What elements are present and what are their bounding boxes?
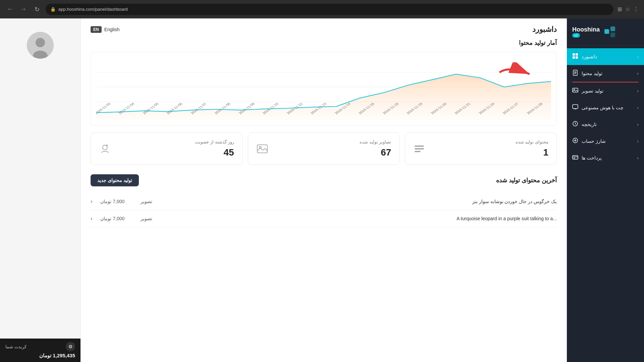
stat-value-days: 45 — [195, 147, 234, 158]
svg-rect-9 — [415, 151, 421, 152]
new-content-button[interactable]: تولید محتوای جدید — [91, 174, 139, 186]
chevron-icon-dashboard: ‹ — [637, 54, 639, 59]
nav-label-ai-chat: چت با هوش مصنوعی — [582, 105, 624, 110]
sidebar-item-ai-chat[interactable]: ‹ چت با هوش مصنوعی — [567, 99, 644, 116]
svg-rect-13 — [604, 29, 609, 34]
svg-rect-19 — [576, 56, 578, 59]
nav-label-content: تولید محتوا — [582, 71, 602, 76]
nav-label-charge: شارژ حساب — [582, 138, 606, 144]
stat-info-days: روز گذشته از عضویت 45 — [195, 139, 234, 158]
content-item: یک خرگوس در حال خوردن نوشابه سوار بنز تص… — [91, 193, 557, 210]
svg-rect-7 — [415, 145, 424, 147]
sidebar-item-history[interactable]: ‹ تاریخچه — [567, 116, 644, 133]
stat-icon-content — [413, 143, 425, 155]
stat-card-images: تصاویر تولید شده 67 — [248, 132, 400, 165]
sidebar-item-dashboard[interactable]: ‹ داشبورد — [567, 48, 644, 65]
content-item-type-2: تصویر — [141, 216, 152, 221]
nav-item-left-history: تاریخچه — [572, 121, 597, 128]
chevron-icon-history: ‹ — [637, 122, 639, 127]
content-list: یک خرگوس در حال خوردن نوشابه سوار بنز تص… — [91, 193, 557, 227]
logo-name: Hooshina — [572, 26, 600, 33]
nav-item-left-ai-chat: چت با هوش مصنوعی — [572, 104, 624, 111]
svg-rect-16 — [573, 53, 575, 56]
stat-label-images: تصاویر تولید شده — [360, 139, 391, 144]
sidebar-item-content[interactable]: ‹ تولید محتوا — [567, 65, 644, 82]
right-sidebar: Hooshina v2 ‹ داشبورد — [567, 18, 644, 362]
sidebar-logo: Hooshina v2 — [567, 18, 644, 46]
logo-icon — [603, 25, 616, 39]
address-bar[interactable]: 🔒 app.hooshina.com/panel/dashboard — [46, 4, 613, 15]
svg-rect-31 — [573, 156, 578, 159]
svg-rect-15 — [610, 33, 615, 37]
chart-svg: 2024-11-03 2024-11-04 2024-11-05 2024-11… — [96, 58, 551, 120]
content-item-arrow-1[interactable]: ‹ — [91, 198, 92, 204]
header-row: داشبورد English EN — [91, 18, 557, 39]
stats-row: محتوای تولید شده 1 تصاویر تولید شده 67 — [91, 132, 557, 165]
content-item-title-1: یک خرگوس در حال خوردن نوشابه سوار بنز — [160, 199, 557, 204]
svg-rect-8 — [415, 148, 424, 149]
stat-label-days: روز گذشته از عضویت — [195, 139, 234, 144]
lang-badge: EN — [91, 26, 102, 33]
chevron-icon-content: ‹ — [637, 71, 639, 76]
sidebar-item-payments[interactable]: ‹ پرداخت ها — [567, 149, 644, 166]
content-item-arrow-2[interactable]: ‹ — [91, 216, 92, 222]
wallet-icon: ⚙ — [66, 342, 75, 351]
payments-icon — [572, 154, 578, 162]
chevron-icon-images: ‹ — [637, 88, 639, 94]
svg-rect-24 — [573, 88, 578, 92]
nav-item-left-charge: شارژ حساب — [572, 137, 606, 145]
nav-item-left-payments: پرداخت ها — [572, 154, 602, 162]
lang-label: English — [104, 27, 120, 32]
stat-card-days: روز گذشته از عضویت 45 — [91, 132, 243, 165]
content-item-type-1: تصویر — [141, 199, 152, 204]
stat-value-content: 1 — [516, 147, 548, 158]
left-panel: کریدت شما ⚙ 1,295,435 تومان — [0, 18, 80, 362]
avatar[interactable] — [27, 32, 54, 59]
svg-rect-26 — [573, 105, 578, 109]
bookmark-icon[interactable]: ☆ — [625, 6, 630, 12]
wallet-label: کریدت شما — [5, 344, 26, 349]
logo-version: v2 — [572, 33, 580, 38]
nav-label-dashboard: داشبورد — [582, 54, 597, 59]
svg-point-1 — [36, 38, 45, 47]
stat-label-content: محتوای تولید شده — [516, 139, 548, 144]
nav-label-history: تاریخچه — [582, 122, 597, 127]
recent-section-title: آخرین محتوای تولید شده — [496, 177, 557, 184]
stat-icon-days — [99, 143, 111, 155]
refresh-button[interactable]: ↻ — [32, 5, 42, 14]
stat-info-images: تصاویر تولید شده 67 — [360, 139, 391, 158]
nav-item-left-dashboard: داشبورد — [572, 53, 597, 60]
sidebar-item-charge[interactable]: ‹ شارژ حساب — [567, 133, 644, 149]
doc-icon — [572, 70, 578, 77]
chevron-icon-ai-chat: ‹ — [637, 105, 639, 110]
url-text: app.hooshina.com/panel/dashboard — [58, 7, 128, 12]
translate-icon[interactable]: ⊞ — [618, 6, 622, 12]
logo-text: Hooshina v2 — [572, 26, 600, 38]
recent-header: آخرین محتوای تولید شده تولید محتوای جدید — [91, 174, 557, 186]
back-button[interactable]: ← — [5, 5, 15, 14]
wallet-amount: 1,295,435 تومان — [5, 353, 75, 359]
wallet-bar: کریدت شما ⚙ 1,295,435 تومان — [0, 339, 80, 362]
nav-item-left-images: تولید تصویر — [572, 87, 603, 95]
svg-point-12 — [103, 145, 107, 150]
sidebar-item-images[interactable]: ‹ تولید تصویر — [567, 82, 644, 99]
image-icon — [572, 87, 578, 95]
nav-label-payments: پرداخت ها — [582, 155, 602, 161]
chart-container: 2024-11-03 2024-11-04 2024-11-05 2024-11… — [91, 52, 557, 126]
chevron-icon-payments: ‹ — [637, 155, 639, 161]
stat-value-images: 67 — [360, 147, 391, 158]
stats-section-title: آمار تولید محتوا — [91, 39, 557, 47]
lang-switcher[interactable]: English EN — [91, 26, 120, 33]
stat-info-content: محتوای تولید شده 1 — [516, 139, 548, 158]
chevron-icon-charge: ‹ — [637, 138, 639, 144]
page-title: داشبورد — [532, 25, 557, 34]
main-content: داشبورد English EN آمار تولید محتوا — [80, 18, 567, 362]
chat-icon — [572, 104, 578, 111]
history-icon — [572, 121, 578, 128]
menu-icon[interactable]: ⋮ — [633, 6, 639, 12]
nav-item-left-content: تولید محتوا — [572, 70, 602, 77]
forward-button[interactable]: → — [19, 5, 28, 14]
content-item-2: ...A turquoise leopard in a purple suit … — [91, 210, 557, 227]
svg-rect-33 — [574, 158, 575, 159]
svg-point-25 — [574, 89, 575, 90]
